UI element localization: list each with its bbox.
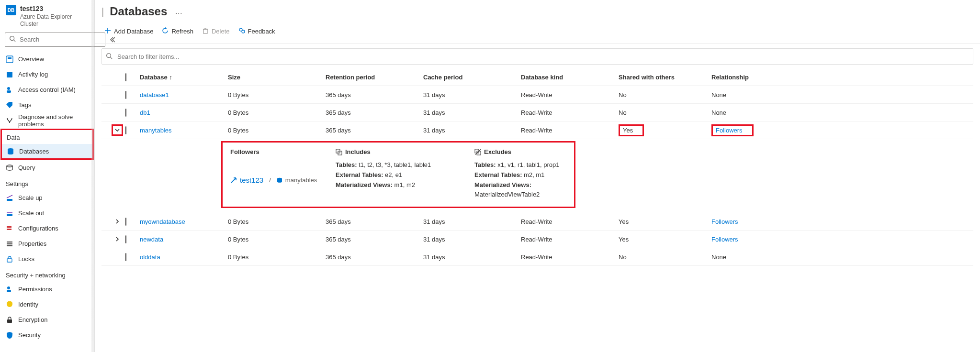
col-size[interactable]: Size (228, 74, 324, 81)
chevron-right-icon[interactable] (113, 217, 122, 226)
row-checkbox[interactable] (125, 218, 138, 225)
chevron-right-icon[interactable] (113, 90, 122, 99)
row-checkbox[interactable] (125, 109, 138, 116)
sidebar-item-label: Activity log (18, 71, 48, 78)
sidebar-item-scale-up[interactable]: Scale up (0, 190, 94, 206)
row-checkbox[interactable] (125, 127, 138, 134)
svg-rect-3 (8, 57, 11, 59)
feedback-button[interactable]: Feedback (238, 24, 275, 38)
sidebar-item-identity[interactable]: Identity (0, 297, 94, 312)
sidebar-item-label: Security (18, 331, 41, 339)
main: | Databases … Add Database Refresh Delet… (95, 0, 980, 352)
database-icon (277, 177, 282, 183)
cell-kind: Read-Write (521, 236, 617, 243)
cell-cache: 31 days (423, 236, 519, 243)
chevron-right-icon[interactable] (113, 108, 122, 117)
cell-size: 0 Bytes (228, 109, 324, 116)
svg-rect-2 (6, 56, 13, 63)
page-more-icon[interactable]: … (173, 7, 182, 16)
col-database[interactable]: Database ↑ (140, 74, 226, 81)
sidebar-item-security[interactable]: Security (0, 328, 94, 343)
cell-size: 0 Bytes (228, 236, 324, 243)
svg-point-22 (242, 30, 245, 33)
sidebar-section-security: Security + networking (0, 267, 94, 282)
sidebar-item-activity-log[interactable]: Activity log (0, 67, 94, 82)
cell-retention: 365 days (326, 253, 421, 261)
row-checkbox[interactable] (125, 91, 138, 99)
follower-entry: test123/manytables (230, 160, 336, 200)
sidebar-search-input[interactable] (19, 33, 101, 46)
database-name-link[interactable]: newdata (140, 236, 226, 243)
database-name-link[interactable]: db1 (140, 109, 226, 116)
cell-relationship[interactable]: Followers (711, 218, 802, 225)
sidebar-item-label: Properties (18, 240, 46, 247)
databases-grid: Database ↑ Size Retention period Cache p… (95, 68, 980, 266)
col-cache[interactable]: Cache period (423, 74, 519, 81)
sidebar-item-encryption[interactable]: Encryption (0, 312, 94, 328)
row-checkbox[interactable] (125, 236, 138, 243)
col-retention[interactable]: Retention period (326, 74, 421, 81)
svg-point-17 (7, 286, 10, 289)
sidebar-item-tags[interactable]: Tags (0, 98, 94, 113)
svg-rect-14 (7, 243, 12, 244)
sidebar-item-access-control[interactable]: Access control (IAM) (0, 82, 94, 98)
sidebar-scrollbar[interactable] (91, 0, 94, 352)
col-relationship[interactable]: Relationship (711, 74, 802, 81)
cell-kind: Read-Write (521, 91, 617, 99)
resource-badge: DB (6, 5, 16, 15)
chevron-right-icon[interactable] (113, 235, 122, 243)
sidebar-item-configurations[interactable]: Configurations (0, 221, 94, 236)
sidebar-item-label: Overview (18, 55, 44, 63)
permissions-icon (6, 286, 13, 293)
add-database-button[interactable]: Add Database (104, 24, 153, 38)
cell-retention: 365 days (326, 218, 421, 225)
cell-relationship[interactable]: Followers (711, 236, 802, 243)
cell-retention: 365 days (326, 127, 421, 134)
sidebar-item-diagnose[interactable]: Diagnose and solve problems (0, 113, 94, 128)
sidebar-item-label: Configurations (18, 225, 58, 232)
cell-relationship[interactable]: Followers (711, 124, 802, 136)
chevron-right-icon[interactable] (113, 253, 122, 261)
activity-log-icon (6, 71, 13, 78)
database-name-link[interactable]: myowndatabase (140, 218, 226, 225)
scale-up-icon (6, 194, 13, 202)
cell-size: 0 Bytes (228, 253, 324, 261)
sidebar-item-databases[interactable]: Databases (1, 144, 93, 159)
cell-cache: 31 days (423, 127, 519, 134)
svg-line-29 (475, 149, 481, 155)
col-shared[interactable]: Shared with others (619, 74, 710, 81)
plus-icon (104, 27, 111, 35)
svg-rect-6 (7, 90, 11, 93)
database-name-link[interactable]: manytables (140, 127, 226, 134)
filter-input[interactable] (116, 49, 969, 64)
sidebar-item-locks[interactable]: Locks (0, 252, 94, 267)
refresh-button[interactable]: Refresh (162, 24, 193, 38)
sidebar-item-properties[interactable]: Properties (0, 236, 94, 252)
filter-bar[interactable] (101, 48, 973, 65)
page-title: Databases (110, 5, 167, 18)
search-icon (9, 35, 16, 44)
svg-rect-13 (7, 242, 12, 242)
database-name-link[interactable]: olddata (140, 253, 226, 261)
sidebar-item-label: Diagnose and solve problems (18, 113, 89, 128)
sidebar-item-query[interactable]: Query (0, 160, 94, 176)
cell-cache: 31 days (423, 109, 519, 116)
cell-shared: Yes (619, 218, 710, 225)
follower-cluster-link[interactable]: test123 (240, 176, 263, 184)
resource-title[interactable]: test123 (20, 5, 90, 13)
identity-icon (6, 301, 13, 308)
page-header: | Databases … (95, 0, 980, 24)
sidebar-search[interactable] (5, 33, 105, 47)
table-row: database10 Bytes365 days31 daysRead-Writ… (101, 86, 973, 104)
select-all-checkbox[interactable] (125, 74, 138, 81)
sidebar-item-scale-out[interactable]: Scale out (0, 206, 94, 221)
row-checkbox[interactable] (125, 253, 138, 261)
chevron-down-icon[interactable] (113, 126, 122, 134)
cell-shared: Yes (619, 236, 710, 243)
col-kind[interactable]: Database kind (521, 74, 617, 81)
sidebar-item-overview[interactable]: Overview (0, 52, 94, 67)
database-name-link[interactable]: database1 (140, 91, 226, 99)
svg-point-0 (10, 36, 14, 41)
svg-rect-10 (7, 214, 12, 216)
sidebar-item-permissions[interactable]: Permissions (0, 282, 94, 297)
